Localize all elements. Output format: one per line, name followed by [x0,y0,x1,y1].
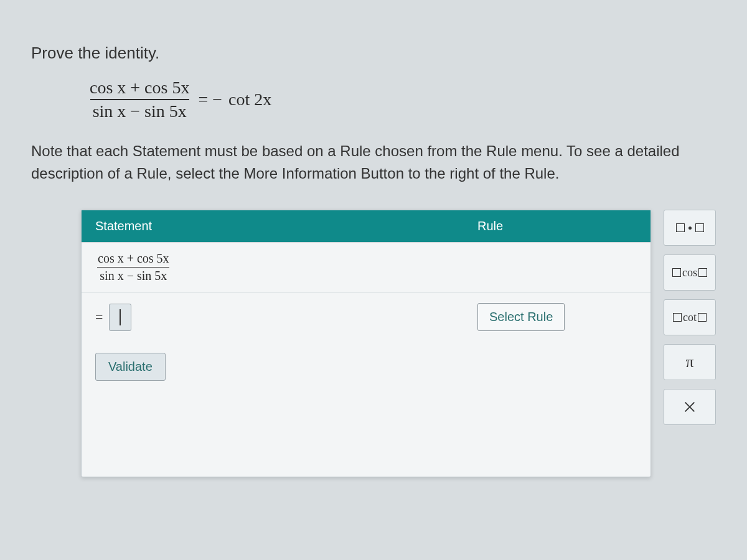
tool-clear[interactable] [664,389,716,425]
identity-lhs-denominator: sin x − sin 5x [90,99,189,121]
row2-statement[interactable]: = [82,292,464,342]
proof-row-2: = Select Rule [82,292,651,342]
close-icon [683,400,697,414]
row1-statement: cos x + cos 5x sin x − sin 5x [82,243,464,292]
header-statement: Statement [82,210,464,242]
identity-rhs: cot 2x [228,90,271,110]
placeholder-box-icon [695,223,704,232]
placeholder-box-icon [676,223,685,232]
text-cursor-icon [120,309,121,325]
cos-label: cos [682,266,697,279]
tool-box-dot-box[interactable] [664,210,716,246]
row1-fraction: cos x + cos 5x sin x − sin 5x [95,251,172,283]
placeholder-box-icon [698,268,707,277]
row1-numerator: cos x + cos 5x [95,251,172,267]
symbol-toolbox: cos cot π [664,210,716,477]
instruction-note: Note that each Statement must be based o… [31,140,716,185]
row2-equals: = [95,309,103,325]
placeholder-box-icon [672,268,681,277]
cot-label: cot [683,311,697,324]
tool-pi[interactable]: π [664,344,716,380]
select-rule-button[interactable]: Select Rule [477,303,565,331]
pi-label: π [685,353,693,371]
expression-input[interactable] [109,304,131,331]
tool-cos[interactable]: cos [664,254,716,291]
placeholder-box-icon [673,313,682,322]
tool-cot[interactable]: cot [664,299,716,335]
proof-row-1: cos x + cos 5x sin x − sin 5x [82,242,651,292]
proof-table-header: Statement Rule [82,210,651,242]
placeholder-box-icon [698,313,707,322]
identity-lhs-numerator: cos x + cos 5x [87,78,192,99]
header-rule: Rule [464,210,651,242]
row1-denominator: sin x − sin 5x [97,267,169,283]
row1-rule [464,243,651,292]
dot-icon [688,226,692,230]
identity-equals: = − [198,90,222,110]
proof-table: Statement Rule cos x + cos 5x sin x − si… [81,210,651,477]
validate-button[interactable]: Validate [95,353,166,381]
identity-lhs-fraction: cos x + cos 5x sin x − sin 5x [87,78,192,121]
prompt-title: Prove the identity. [31,44,716,63]
identity-expression: cos x + cos 5x sin x − sin 5x = − cot 2x [87,78,716,121]
